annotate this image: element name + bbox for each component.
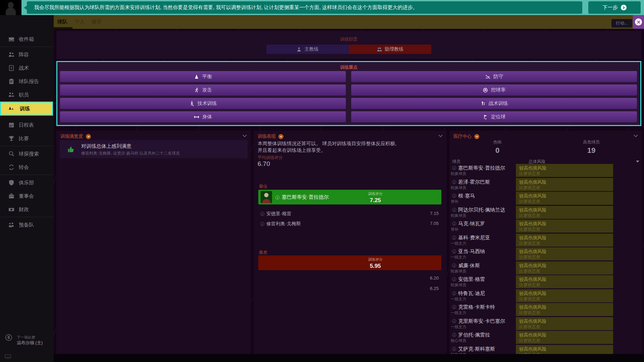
go-to-arrow-icon[interactable] [474, 134, 479, 139]
injury-risk-badge[interactable]: 较高伤病风险比赛状态差 [516, 192, 613, 205]
info-icon[interactable] [260, 222, 264, 226]
keyboard-icon[interactable] [5, 354, 11, 359]
player-name[interactable]: 罗伯托·佩雷拉 [458, 332, 490, 338]
info-icon[interactable] [452, 236, 456, 240]
medical-player-row[interactable]: 安德里·格雷轮换球员较高伤病风险比赛状态差 [449, 275, 642, 289]
sidebar-item-schedule[interactable]: 日程表 [0, 118, 54, 132]
close-button[interactable] [633, 15, 644, 29]
player-name[interactable]: 马克·纳瓦罗 [458, 221, 485, 227]
medical-player-row[interactable]: 罗伯托·佩雷拉核心球员较高伤病风险比赛状态差 [449, 330, 642, 345]
info-icon[interactable] [452, 291, 456, 295]
tab-mentoring[interactable]: 辅导 [89, 15, 105, 29]
medical-player-row[interactable]: 马克·纳瓦罗替补较高伤病风险比赛状态差 [449, 219, 642, 233]
player-name[interactable]: 阿达尔贝托·佩纳兰达 [458, 207, 505, 213]
medical-player-row[interactable]: 亚当·马西纳一线主力较高伤病风险比赛状态差 [449, 247, 642, 261]
player-name[interactable]: 安德里·格雷 [266, 211, 291, 217]
injury-risk-badge[interactable]: 较高伤病风险比赛状态差 [516, 275, 613, 288]
chevron-down-icon[interactable] [634, 134, 638, 137]
tab-individual[interactable]: 个人 [72, 15, 88, 29]
sidebar-item-fixtures[interactable]: 比赛 [0, 132, 54, 145]
player-name[interactable]: 克里斯蒂安·卡巴塞尔 [458, 318, 505, 324]
sidebar-item-staff[interactable]: 职员 [0, 88, 54, 102]
rating-row[interactable]: 6.25 [258, 284, 441, 294]
focus-button-balanced[interactable]: 平衡 [60, 71, 346, 82]
sidebar-item-transfers[interactable]: 转会 [0, 161, 54, 174]
player-name[interactable]: 塞巴斯蒂安·普拉德尔 [458, 165, 505, 171]
sidebar-item-board[interactable]: 董事会 [0, 189, 54, 203]
rating-row[interactable]: 安德里·格雷7.15 [258, 208, 441, 219]
injury-risk-badge[interactable]: 较高伤病风险比赛状态差 [516, 206, 613, 219]
info-icon[interactable] [452, 277, 456, 281]
injury-risk-badge[interactable]: 较高伤病风险比赛状态差 [516, 234, 613, 247]
info-icon[interactable] [452, 166, 456, 170]
actions-button[interactable]: 行动... [611, 19, 632, 27]
focus-button-possession[interactable]: 控球率 [351, 84, 637, 96]
injury-risk-badge[interactable]: 较高伤病风险比赛状态差 [516, 289, 613, 302]
sort-descending-icon[interactable] [636, 161, 639, 163]
injury-risk-badge[interactable]: 较高伤病风险比赛状态差 [516, 261, 613, 275]
player-name[interactable]: 根·塞马 [458, 193, 475, 199]
medical-player-row[interactable]: 特鲁瓦·迪尼一线主力较高伤病风险比赛状态差 [449, 289, 642, 303]
sidebar-item-scouting[interactable]: 球探搜索 [0, 147, 54, 161]
medical-player-row[interactable]: 克里斯蒂安·卡巴塞尔一线主力较高伤病风险比赛状态差 [449, 317, 642, 331]
sidebar-item-squad[interactable]: 阵容 [0, 48, 54, 61]
next-match-opponent[interactable]: 温布尔顿 (主) [17, 340, 43, 346]
injury-risk-badge[interactable]: 较高伤病风险比赛状态差 [516, 331, 613, 344]
medical-player-row[interactable]: 塞巴斯蒂安·普拉德尔轮换球员较高伤病风险比赛状态差 [449, 164, 642, 178]
focus-button-tactical[interactable]: 战术训练 [351, 98, 637, 109]
sidebar-item-reserves[interactable]: 预备队 [0, 218, 54, 232]
info-icon[interactable] [452, 222, 456, 226]
player-name[interactable]: 安德里·格雷 [458, 276, 485, 283]
info-icon[interactable] [452, 208, 456, 212]
info-icon[interactable] [452, 194, 456, 198]
medical-player-row[interactable]: 阿达尔贝托·佩纳兰达轮换球员较高伤病风险比赛状态差 [449, 205, 642, 220]
info-icon[interactable] [452, 305, 456, 309]
best-player-row[interactable]: 塞巴斯蒂安·普拉德尔 训练评分 7.25 [258, 190, 441, 204]
player-name[interactable]: 威廉·休斯 [458, 262, 480, 269]
sidebar-item-club[interactable]: 俱乐部 [0, 176, 54, 189]
injury-risk-badge[interactable]: 较高伤病风险比赛状态差 [516, 220, 613, 233]
duty-option-assistant-coach[interactable]: 助理教练 [349, 45, 431, 54]
focus-button-set-pieces[interactable]: 定位球 [351, 111, 637, 122]
player-name[interactable]: 特鲁瓦·迪尼 [458, 290, 485, 297]
injury-risk-badge[interactable]: 较高伤病风险比赛状态差 [516, 247, 613, 260]
best-player-name[interactable]: 塞巴斯蒂安·普拉德尔 [282, 194, 329, 200]
sidebar-item-training[interactable]: 训练 [0, 102, 53, 116]
go-to-arrow-icon[interactable] [278, 134, 283, 139]
medical-player-row[interactable]: 根·塞马替补较高伤病风险比赛状态差 [449, 191, 642, 205]
medical-player-row[interactable]: 若泽·霍尔巴斯轮换球员较高伤病风险比赛状态差 [449, 178, 642, 192]
tab-team[interactable]: 球队 [54, 15, 70, 29]
sidebar-item-tactics[interactable]: 战术 [0, 61, 54, 75]
injury-risk-badge[interactable]: 较高伤病风险比赛状态差 [516, 178, 613, 191]
focus-button-defending[interactable]: 防守 [351, 71, 637, 82]
go-to-arrow-icon[interactable] [86, 134, 91, 139]
info-icon[interactable] [452, 347, 456, 351]
focus-button-physical[interactable]: 身体 [60, 111, 346, 122]
worst-player-row[interactable]: 训练评分 5.95 [258, 255, 441, 270]
chevron-down-icon[interactable] [438, 134, 443, 137]
duty-option-head-coach[interactable]: 主教练 [266, 45, 349, 54]
player-name[interactable]: 若泽·霍尔巴斯 [458, 179, 490, 185]
sidebar-item-inbox[interactable]: 收件箱 [0, 33, 54, 46]
info-icon[interactable] [260, 212, 264, 216]
player-name[interactable]: 基科·费米尼亚 [458, 235, 490, 241]
info-icon[interactable] [452, 333, 456, 337]
info-icon[interactable] [452, 249, 456, 253]
info-icon[interactable] [452, 319, 456, 323]
player-name[interactable]: 修雷利奥·戈梅斯 [266, 221, 301, 227]
focus-button-attacking[interactable]: 攻击 [60, 84, 346, 96]
info-icon[interactable] [452, 263, 456, 267]
medical-player-row[interactable]: 克雷格·卡斯卡特一线主力较高伤病风险比赛状态差 [449, 303, 642, 317]
info-icon[interactable] [275, 195, 279, 199]
rating-row[interactable]: 6.20 [258, 273, 441, 283]
player-name[interactable]: 亚当·马西纳 [458, 248, 485, 255]
injury-risk-badge[interactable]: 较高伤病风险比赛状态差 [516, 303, 613, 316]
player-name[interactable]: 克雷格·卡斯卡特 [458, 304, 495, 310]
injury-risk-badge[interactable]: 较高伤病风险比赛状态差 [516, 317, 613, 330]
sidebar-item-finances[interactable]: 财政 [0, 203, 54, 216]
medical-player-row[interactable]: 威廉·休斯轮换球员较高伤病风险比赛状态差 [449, 261, 642, 275]
info-icon[interactable] [452, 180, 456, 184]
injury-risk-badge[interactable]: 较高伤病风险比赛状态差 [516, 164, 613, 177]
chevron-down-icon[interactable] [243, 134, 247, 137]
rating-row[interactable]: 修雷利奥·戈梅斯7.05 [258, 219, 441, 229]
